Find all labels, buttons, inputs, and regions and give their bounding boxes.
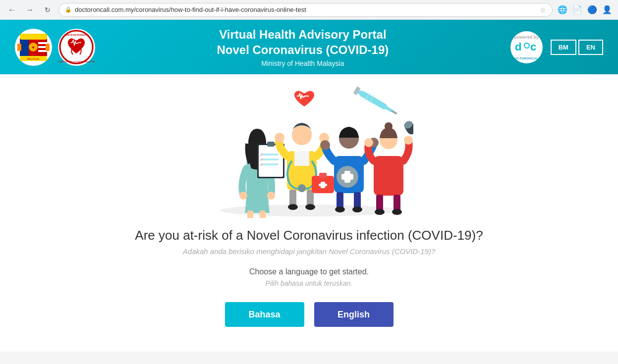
- main-question: Are you at-risk of a Novel Coronavirus i…: [135, 228, 483, 243]
- svg-rect-22: [359, 90, 388, 110]
- svg-rect-32: [260, 210, 266, 218]
- doc-brand: d c: [514, 40, 539, 57]
- svg-point-73: [385, 122, 393, 130]
- svg-text:MALAYSIA: MALAYSIA: [27, 57, 40, 60]
- svg-point-35: [239, 192, 247, 200]
- extension-icon[interactable]: 🔵: [586, 4, 598, 16]
- browser-chrome: ← → ↻ 🔒 doctoroncall.com.my/coronavirus/…: [0, 0, 618, 20]
- svg-rect-24: [391, 110, 397, 114]
- bookmark-icon[interactable]: ☆: [540, 6, 546, 14]
- ministry-subtitle: Ministry of Health Malaysia: [105, 59, 501, 67]
- footer: [0, 352, 618, 362]
- choose-lang-text: Choose a language to get started.: [249, 267, 369, 276]
- svg-point-54: [288, 204, 298, 210]
- svg-point-66: [352, 207, 362, 212]
- choose-lang-malay: Pilih bahasa untuk teruskan.: [266, 279, 353, 287]
- main-question-malay: Adakah anda berisiko menghidapi jangkita…: [183, 247, 435, 256]
- svg-text:✦: ✦: [31, 45, 35, 50]
- header-bm-button[interactable]: BM: [551, 40, 576, 55]
- svg-text:☪: ☪: [31, 34, 36, 40]
- svg-text:c: c: [530, 41, 536, 53]
- svg-rect-41: [261, 158, 279, 160]
- browser-actions: 🌐 📄 🔵 👤: [557, 4, 613, 16]
- header-title: Virtual Health Advisory Portal Novel Cor…: [105, 27, 501, 67]
- hero-illustration: ✓ ✓ ✓: [205, 84, 413, 218]
- lock-icon: 🔒: [65, 6, 72, 13]
- svg-point-36: [267, 192, 275, 200]
- svg-point-65: [335, 207, 345, 212]
- extension-pdf-icon[interactable]: 📄: [571, 4, 583, 16]
- svg-text:✓: ✓: [260, 162, 263, 167]
- forward-button[interactable]: →: [23, 3, 37, 17]
- header-lang-buttons: BM EN: [551, 40, 603, 55]
- svg-point-81: [392, 209, 402, 215]
- back-button[interactable]: ←: [5, 3, 19, 17]
- svg-text:✓: ✓: [260, 153, 263, 157]
- portal-title-line2: Novel Coronavirus (COVID-19): [217, 43, 389, 56]
- svg-point-80: [375, 209, 385, 215]
- svg-point-61: [320, 140, 330, 150]
- header-en-button[interactable]: EN: [578, 40, 603, 55]
- svg-text:✓: ✓: [260, 157, 263, 162]
- bahasa-button[interactable]: Bahasa: [225, 302, 304, 327]
- svg-text:KEMENTERIAN KESIHATAN MALAYSIA: KEMENTERIAN KESIHATAN MALAYSIA: [58, 60, 95, 63]
- main-content: ✓ ✓ ✓: [0, 74, 618, 352]
- svg-rect-47: [294, 151, 309, 166]
- svg-rect-40: [261, 154, 279, 156]
- svg-rect-39: [267, 142, 275, 147]
- logos-container: ✦ ☪ MALAYSIA: [15, 29, 95, 66]
- svg-point-48: [292, 125, 312, 145]
- address-bar[interactable]: 🔒 doctoroncall.com.my/coronavirus/how-to…: [58, 3, 553, 17]
- english-button[interactable]: English: [314, 302, 393, 327]
- svg-text:KAMI SEDIA MEMBANTU: KAMI SEDIA MEMBANTU: [64, 34, 88, 36]
- portal-title-line1: Virtual Health Advisory Portal: [219, 28, 386, 41]
- svg-rect-4: [38, 42, 47, 44]
- svg-point-49: [298, 184, 306, 192]
- svg-point-55: [305, 204, 315, 210]
- svg-rect-71: [374, 156, 403, 196]
- svg-rect-70: [319, 184, 327, 186]
- svg-rect-10: [17, 44, 21, 51]
- malaysia-coa-logo: ✦ ☪ MALAYSIA: [15, 29, 52, 66]
- profile-icon[interactable]: 👤: [601, 4, 613, 16]
- extension-globe-icon[interactable]: 🌐: [557, 4, 568, 16]
- doc-sub-text: DOCTORONCALL: [512, 57, 541, 60]
- svg-rect-31: [247, 210, 253, 218]
- svg-rect-68: [319, 173, 327, 178]
- svg-point-50: [275, 133, 284, 143]
- kkm-logo: KAMI SEDIA MEMBANTU KEMENTERIAN KESIHATA…: [58, 29, 95, 66]
- svg-rect-42: [261, 163, 279, 165]
- svg-text:d: d: [515, 41, 521, 53]
- svg-point-74: [364, 138, 373, 147]
- site-header: ✦ ☪ MALAYSIA: [0, 20, 618, 74]
- header-right: powered by d c DOCTORONCALL BM EN: [510, 31, 603, 63]
- svg-point-75: [404, 136, 413, 145]
- url-text: doctoroncall.com.my/coronavirus/how-to-f…: [75, 6, 306, 13]
- refresh-button[interactable]: ↻: [41, 3, 55, 17]
- lang-select-buttons: Bahasa English: [225, 302, 393, 327]
- svg-rect-60: [341, 174, 353, 180]
- powered-by-text: powered by: [514, 35, 539, 40]
- svg-rect-11: [46, 44, 50, 51]
- doctoroncall-logo: powered by d c DOCTORONCALL: [510, 31, 543, 63]
- svg-point-19: [524, 43, 529, 48]
